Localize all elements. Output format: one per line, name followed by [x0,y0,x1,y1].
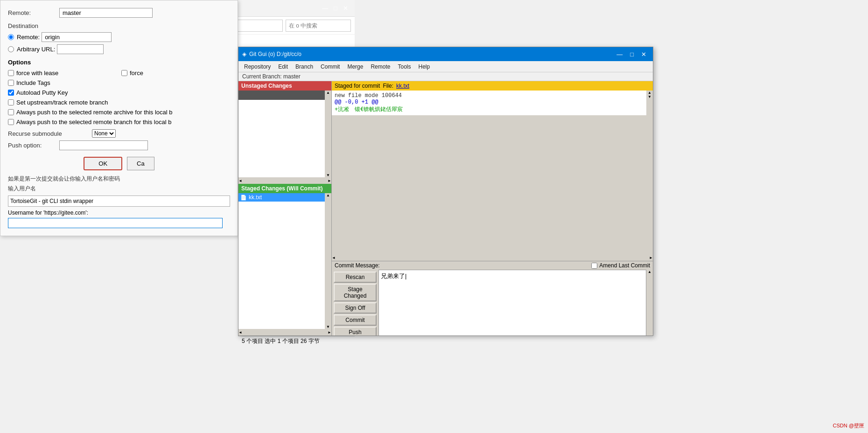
commit-vscroll-up[interactable]: ▲ [648,270,651,274]
always-push-branch-label: Always push to the selected remote branc… [16,119,171,126]
always-push-branch-checkbox[interactable] [8,119,14,125]
diff-header: Staged for commit File: kk.txt [332,81,653,91]
set-upstream-checkbox[interactable] [8,99,14,105]
push-option-input[interactable] [59,140,148,150]
include-tags-row: Include Tags [8,79,230,86]
menu-help[interactable]: Help [414,63,434,71]
explorer-maximize-button[interactable]: □ [331,5,340,12]
explorer-minimize-button[interactable]: — [319,5,331,12]
commit-button[interactable]: Commit [334,314,377,326]
set-upstream-row: Set upstream/track remote branch [8,99,230,106]
commit-msg-vscrollbar[interactable]: ▲ ▼ [646,270,653,335]
hscroll-left-arrow[interactable]: ◄ [238,179,242,183]
menu-commit[interactable]: Commit [317,63,343,71]
commit-msg-label: Commit Message: [335,262,380,269]
git-gui-window: ◈ Git Gui (o) D:/git/cc/o — □ ✕ Reposito… [238,47,653,336]
staged-hscrollbar[interactable]: ◄ ► [238,329,331,335]
diff-vscroll-down[interactable]: ▼ [646,95,653,99]
diff-header-label: Staged for commit [335,83,380,89]
diff-line-3: +沆凇ゞ锻€锛帆烘銠佸屖宸 [335,105,644,113]
username-for: Username for 'https://gitee.com': [8,210,230,216]
stdin-label: TortoiseGit - git CLI stdin wrapper [10,198,93,204]
menu-tools[interactable]: Tools [394,63,414,71]
arbitrary-url-radio[interactable] [8,46,14,52]
git-gui-body: Unstaged Changes ▲ ▼ ◄ ► Staged C [238,81,653,335]
diff-area: new file mode 100644 @@ -0,0 +1 @@ +沆凇ゞ锻… [332,91,646,254]
arbitrary-url-input[interactable] [57,44,104,54]
unstaged-header: Unstaged Changes [238,81,331,91]
diff-file-link[interactable]: kk.txt [396,83,409,89]
vscroll-down-arrow[interactable]: ▼ [326,173,330,177]
unstaged-hscrollbar[interactable]: ◄ ► [238,177,331,184]
diff-hscrollbar[interactable]: ◄ ► [332,254,653,261]
push-dialog: Remote: Destination Remote: Arbitrary UR… [0,0,238,236]
status-bar-text: 5 个项目 选中 1 个项目 26 字节 [242,338,320,344]
diff-vscrollbar[interactable]: ▲ ▼ [646,91,653,254]
commit-msg-row: Commit Message: Amend Last Commit [332,261,653,270]
ok-button[interactable]: OK [84,157,122,170]
arbitrary-url-row: Arbitrary URL: [8,44,230,54]
options-grid: force with lease force Include Tags Auto… [8,70,230,126]
autoload-putty-checkbox[interactable] [8,90,14,96]
stage-changed-button[interactable]: Stage Changed [334,284,377,301]
explorer-close-button[interactable]: ✕ [340,5,351,12]
destination-section: Destination [8,22,230,29]
always-push-archive-checkbox[interactable] [8,109,14,115]
staged-file-item[interactable]: 📄 kk.txt [238,193,325,202]
menu-remote[interactable]: Remote [367,63,394,71]
diff-hscroll-left[interactable]: ◄ [332,256,336,260]
remote-origin-input[interactable] [42,32,112,42]
unstaged-item-bar [238,91,325,100]
staged-header: Staged Changes (Will Commit) [238,184,331,193]
amend-checkbox[interactable] [591,263,597,269]
vscroll-up-arrow[interactable]: ▲ [326,91,330,95]
git-gui-icon: ◈ [242,51,246,57]
menu-branch[interactable]: Branch [292,63,317,71]
include-tags-checkbox[interactable] [8,80,14,86]
recurse-select[interactable]: None [92,129,116,138]
sign-off-button[interactable]: Sign Off [334,302,377,314]
remote-input[interactable] [59,8,153,18]
diff-hscroll-right[interactable]: ► [649,256,653,260]
file-label: File: [383,83,393,89]
recurse-row: Recurse submodule None [8,129,230,138]
git-gui-minimize-button[interactable]: — [614,51,625,58]
options-title: Options [8,59,230,66]
remote-radio-label: Remote: [17,34,40,41]
push-button[interactable]: Push [334,327,377,335]
autoload-putty-row: Autoload Putty Key [8,89,230,96]
remote-radio[interactable] [8,34,14,40]
csdn-watermark: CSDN @壁匣 [833,422,864,429]
stdin-wrapper: TortoiseGit - git CLI stdin wrapper [8,196,230,207]
staged-hscroll-left[interactable]: ◄ [238,330,242,335]
amend-label: Amend Last Commit [599,262,650,269]
git-gui-menubar: Repository Edit Branch Commit Merge Remo… [238,61,653,72]
diff-vscroll-up[interactable]: ▲ [646,91,653,95]
staged-vscrollbar[interactable]: ▲ ▼ [325,193,331,329]
recurse-label: Recurse submodule [8,130,92,137]
arbitrary-url-label: Arbitrary URL: [17,46,55,53]
always-push-archive-label: Always push to the selected remote archi… [16,109,173,116]
menu-repository[interactable]: Repository [240,63,274,71]
force-checkbox[interactable] [121,70,127,76]
force-with-lease-checkbox[interactable] [8,70,14,76]
username-input-box[interactable] [8,218,223,228]
menu-merge[interactable]: Merge [343,63,367,71]
unstaged-section: Unstaged Changes ▲ ▼ ◄ ► [238,81,331,184]
git-gui-maximize-button[interactable]: □ [627,51,637,58]
git-gui-title: Git Gui (o) D:/git/cc/o [249,51,301,57]
commit-message-input[interactable]: 兄弟来了| [378,270,646,335]
cancel-button[interactable]: Ca [127,157,154,170]
search-input[interactable] [286,20,351,32]
staged-vscroll-down[interactable]: ▼ [326,325,330,329]
menu-edit[interactable]: Edit [274,63,292,71]
git-gui-close-button[interactable]: ✕ [638,51,649,58]
explorer-status-bar: 5 个项目 选中 1 个项目 26 字节 [238,336,355,346]
hscroll-right-arrow[interactable]: ► [328,179,331,183]
staged-vscroll-up[interactable]: ▲ [326,193,330,197]
push-option-label: Push option: [8,142,59,149]
staged-hscroll-right[interactable]: ► [328,330,331,335]
force-label: force [130,70,143,77]
unstaged-vscrollbar[interactable]: ▲ ▼ [325,91,331,177]
rescan-button[interactable]: Rescan [334,272,377,283]
